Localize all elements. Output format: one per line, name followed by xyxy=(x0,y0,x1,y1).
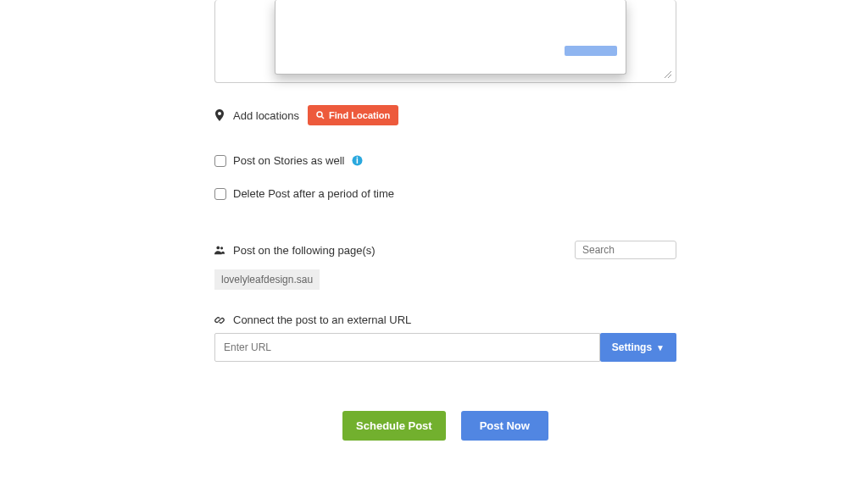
link-icon xyxy=(214,315,225,325)
find-location-label: Find Location xyxy=(329,110,390,120)
svg-line-3 xyxy=(322,117,325,119)
svg-point-7 xyxy=(220,247,223,249)
preview-accent-strip xyxy=(565,46,617,56)
external-url-section: Connect the post to an external URL Sett… xyxy=(214,313,676,362)
action-buttons-row: Schedule Post Post Now xyxy=(214,411,676,441)
post-now-button[interactable]: Post Now xyxy=(461,411,548,441)
svg-point-6 xyxy=(216,247,220,250)
schedule-post-label: Schedule Post xyxy=(356,419,432,432)
svg-line-1 xyxy=(668,75,671,78)
inner-preview-panel xyxy=(275,0,626,75)
svg-line-0 xyxy=(665,71,671,78)
svg-text:i: i xyxy=(356,156,359,165)
find-location-button[interactable]: Find Location xyxy=(308,105,398,125)
url-settings-label: Settings xyxy=(612,341,652,353)
url-input[interactable] xyxy=(214,333,600,362)
resize-handle-icon[interactable] xyxy=(662,69,672,79)
pages-heading-label: Post on the following page(s) xyxy=(233,244,376,257)
pages-header-row: Post on the following page(s) xyxy=(214,241,676,259)
stories-checkbox[interactable] xyxy=(214,155,226,167)
url-input-row: Settings ▼ xyxy=(214,333,676,362)
compose-textarea-wrap xyxy=(214,0,676,85)
chevron-down-icon: ▼ xyxy=(656,343,665,352)
add-locations-label: Add locations xyxy=(233,109,299,122)
locations-row: Add locations Find Location xyxy=(214,105,676,125)
stories-checkbox-label: Post on Stories as well xyxy=(233,154,345,167)
svg-point-2 xyxy=(317,112,322,117)
info-icon[interactable]: i xyxy=(352,155,363,166)
delete-checkbox-label: Delete Post after a period of time xyxy=(233,187,394,200)
delete-checkbox-row: Delete Post after a period of time xyxy=(214,187,676,200)
url-settings-button[interactable]: Settings ▼ xyxy=(600,333,676,362)
stories-checkbox-row: Post on Stories as well i xyxy=(214,154,676,167)
schedule-post-button[interactable]: Schedule Post xyxy=(342,411,446,441)
location-pin-icon xyxy=(214,109,225,121)
pages-heading-wrap: Post on the following page(s) xyxy=(214,244,376,257)
options-section: Post on Stories as well i Delete Post af… xyxy=(214,154,676,200)
pages-search-input[interactable] xyxy=(575,241,676,259)
external-url-heading-label: Connect the post to an external URL xyxy=(233,313,411,326)
search-icon xyxy=(316,111,325,119)
post-now-label: Post Now xyxy=(480,419,530,432)
page-tag[interactable]: lovelyleafdesign.sau xyxy=(214,269,320,290)
users-icon xyxy=(214,245,225,255)
external-url-heading-row: Connect the post to an external URL xyxy=(214,313,676,326)
delete-checkbox[interactable] xyxy=(214,188,226,200)
outer-textarea[interactable] xyxy=(214,0,676,83)
